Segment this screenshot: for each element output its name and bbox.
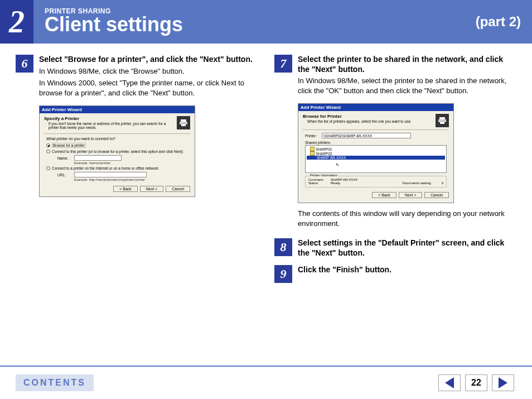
step-text: In Windows 98/Me, select the printer to … [298,76,516,95]
back-button: < Back [372,192,396,198]
dialog-titlebar: Add Printer Wizard [40,106,195,113]
info-value: 0 [442,181,443,185]
next-button: Next > [140,186,163,192]
svg-rect-3 [439,117,445,119]
page-footer: CONTENTS 22 [0,366,532,399]
printer-path-input: \\SHARP02\SHARP AR-XXXX [322,133,411,138]
back-button: < Back [113,186,138,192]
step-number: 6 [16,55,33,73]
name-input [74,155,122,161]
step-title: Click the "Finish" button. [298,265,516,275]
field-label: Name: [57,156,74,160]
step-text: In Windows 98/Me, click the "Browse" but… [39,66,258,76]
name-field-row: Name: [57,155,190,161]
cancel-button: Cancel [166,186,190,192]
svg-rect-1 [180,122,187,124]
radio-label: Browse for a printer [52,143,86,148]
dialog-subtitle: If you don't know the name or address of… [49,122,175,129]
info-label: Documents waiting: [403,181,442,185]
info-label: Status: [308,181,331,185]
next-page-button[interactable] [492,374,514,391]
radio-label: Connect to this printer (or to browse fo… [52,150,183,153]
header-text-block: PRINTER SHARING Client settings [45,7,476,36]
step-number: 7 [274,55,292,73]
svg-rect-0 [181,119,186,122]
next-button: Next > [399,192,422,198]
step-title: Select "Browse for a printer", and click… [39,55,258,65]
field-label: URL: [57,173,74,177]
printer-icon [177,116,190,129]
step-8: 8 Select settings in the "Default Printe… [274,238,516,259]
svg-rect-4 [438,119,446,122]
printer-path-row: Printer: \\SHARP02\SHARP AR-XXXX [305,133,449,138]
step-7-note: The contents of this window will vary de… [298,209,516,228]
dialog-add-printer-browse: Add Printer Wizard Browse for Printer Wh… [298,103,454,203]
radio-browse: Browse for a printer [46,143,190,148]
printer-info-box: Printer information Comment: SHARP AR-XX… [305,176,447,188]
cursor-icon: ↖ [336,162,340,167]
info-value: Ready [331,181,403,185]
url-field-row: URL: [57,172,190,177]
dialog-titlebar: Add Printer Wizard [298,104,453,111]
shared-printers-tree: SHARP01 SHARP02 SHARP AR-XXXX ↖ [305,145,447,173]
left-column: 6 Select "Browse for a printer", and cli… [16,55,258,356]
shared-printers-label: Shared printers: [305,141,449,145]
content-area: 6 Select "Browse for a printer", and cli… [0,44,532,356]
dialog-section-title: Browse for Printer [303,114,433,119]
radio-label: Connect to a printer on the Internet or … [52,166,159,170]
step-text: In Windows 2000, select "Type the printe… [39,78,258,98]
page-title: Client settings [45,13,476,36]
part-label: (part 2) [476,14,521,30]
example-text: Example: \\server\printer [74,161,190,165]
radio-connect-named: Connect to this printer (or to browse fo… [46,150,190,153]
cancel-button: Cancel [424,192,449,198]
printer-icon [436,114,449,127]
step-7: 7 Select the printer to be shared in the… [274,55,516,98]
dialog-section-title: Specify a Printer [44,116,175,121]
step-6: 6 Select "Browse for a printer", and cli… [16,55,258,100]
page-number: 22 [465,374,487,391]
arrow-right-icon [499,377,507,388]
right-column: 7 Select the printer to be shared in the… [274,55,516,356]
field-label: Printer: [305,134,322,138]
arrow-left-icon [445,377,454,388]
step-title: Select settings in the "Default Printer"… [298,238,516,258]
tree-item: SHARP01 [307,147,445,151]
step-number: 8 [274,238,292,256]
prev-page-button[interactable] [438,374,461,391]
tree-item-selected: SHARP AR-XXXX [307,156,445,160]
url-input [74,172,147,177]
chapter-number: 2 [0,0,33,44]
dialog-prompt: What printer do you want to connect to? [46,137,190,141]
dialog-add-printer-specify: Add Printer Wizard Specify a Printer If … [39,105,195,197]
dialog-subtitle: When the list of printers appears, selec… [307,119,433,123]
radio-connect-url: Connect to a printer on the Internet or … [46,166,190,170]
svg-rect-5 [440,122,444,124]
printer-info-title: Printer information [309,174,338,177]
svg-rect-2 [181,124,186,126]
example-text: Example: http://server/printers/myprinte… [74,178,190,181]
tree-item: SHARP02 [307,151,445,156]
page-header: 2 PRINTER SHARING Client settings (part … [0,0,532,44]
step-number: 9 [274,265,292,283]
contents-button[interactable]: CONTENTS [16,374,94,391]
step-title: Select the printer to be shared in the n… [298,55,516,74]
step-9: 9 Click the "Finish" button. [274,265,516,283]
